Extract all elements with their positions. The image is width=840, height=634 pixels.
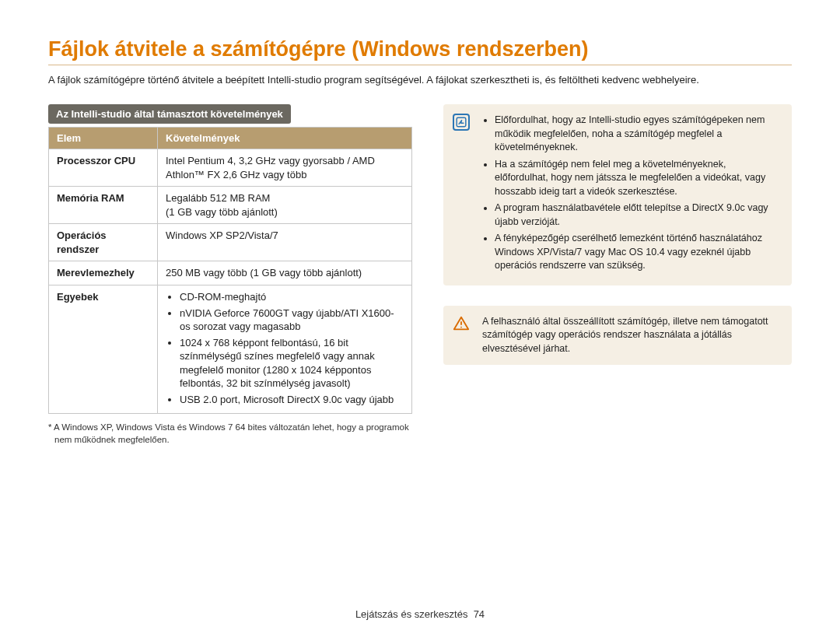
list-item: A program használatbavétele előtt telepí… xyxy=(495,201,781,229)
right-column: Előfordulhat, hogy az Intelli-studio egy… xyxy=(443,104,792,446)
cell-label: Merevlemezhely xyxy=(49,261,158,285)
info-note-list: Előfordulhat, hogy az Intelli-studio egy… xyxy=(482,114,781,273)
info-note-box: Előfordulhat, hogy az Intelli-studio egy… xyxy=(443,104,792,285)
cell-label: Operációs rendszer xyxy=(49,224,158,261)
cell-value: Legalább 512 MB RAM (1 GB vagy több aján… xyxy=(158,187,412,224)
list-item: Előfordulhat, hogy az Intelli-studio egy… xyxy=(495,114,781,155)
page-footer: Lejátszás és szerkesztés 74 xyxy=(0,608,840,620)
cell-label: Processzor CPU xyxy=(49,149,158,187)
cell-value: Windows XP SP2/Vista/7 xyxy=(158,224,412,261)
info-icon xyxy=(453,114,470,131)
footnote: * A Windows XP, Windows Vista és Windows… xyxy=(48,422,412,446)
list-item: 1024 x 768 képpont felbontású, 16 bit sz… xyxy=(180,336,404,391)
other-items-list: CD-ROM-meghajtónVIDIA Geforce 7600GT vag… xyxy=(166,290,404,406)
requirements-heading: Az Intelli-studio által támasztott követ… xyxy=(48,104,291,124)
list-item: USB 2.0 port, Microsoft DirectX 9.0c vag… xyxy=(180,393,404,407)
footer-page-number: 74 xyxy=(474,608,485,620)
footer-section: Lejátszás és szerkesztés xyxy=(355,608,468,620)
cell-value: 250 MB vagy több (1 GB vagy több ajánlot… xyxy=(158,261,412,285)
list-item: A fényképezőgép cserélhető lemezként tör… xyxy=(495,232,781,273)
list-item: CD-ROM-meghajtó xyxy=(180,290,404,304)
svg-point-2 xyxy=(460,326,462,328)
cell-value: CD-ROM-meghajtónVIDIA Geforce 7600GT vag… xyxy=(158,285,412,414)
page-title: Fájlok átvitele a számítógépre (Windows … xyxy=(48,37,792,65)
cell-value: Intel Pentium 4, 3,2 GHz vagy gyorsabb /… xyxy=(158,149,412,187)
left-column: Az Intelli-studio által támasztott követ… xyxy=(48,104,412,446)
warning-note-box: A felhasználó által összeállított számít… xyxy=(443,306,792,366)
table-row: Operációs rendszer Windows XP SP2/Vista/… xyxy=(49,224,412,261)
list-item: Ha a számítógép nem felel meg a követelm… xyxy=(495,158,781,199)
th-item: Elem xyxy=(49,128,158,149)
list-item: nVIDIA Geforce 7600GT vagy újabb/ATI X16… xyxy=(180,306,404,334)
th-req: Követelmények xyxy=(158,128,412,149)
cell-label: Memória RAM xyxy=(49,187,158,224)
cell-label: Egyebek xyxy=(49,285,158,414)
table-row: Egyebek CD-ROM-meghajtónVIDIA Geforce 76… xyxy=(49,285,412,414)
table-row: Processzor CPU Intel Pentium 4, 3,2 GHz … xyxy=(49,149,412,187)
warning-note-text: A felhasználó által összeállított számít… xyxy=(482,315,781,356)
intro-paragraph: A fájlok számítógépre történő átvitele a… xyxy=(48,73,792,87)
requirements-table: Elem Követelmények Processzor CPU Intel … xyxy=(48,127,412,414)
table-row: Memória RAM Legalább 512 MB RAM (1 GB va… xyxy=(49,187,412,224)
warning-icon xyxy=(453,315,470,332)
table-row: Merevlemezhely 250 MB vagy több (1 GB va… xyxy=(49,261,412,285)
